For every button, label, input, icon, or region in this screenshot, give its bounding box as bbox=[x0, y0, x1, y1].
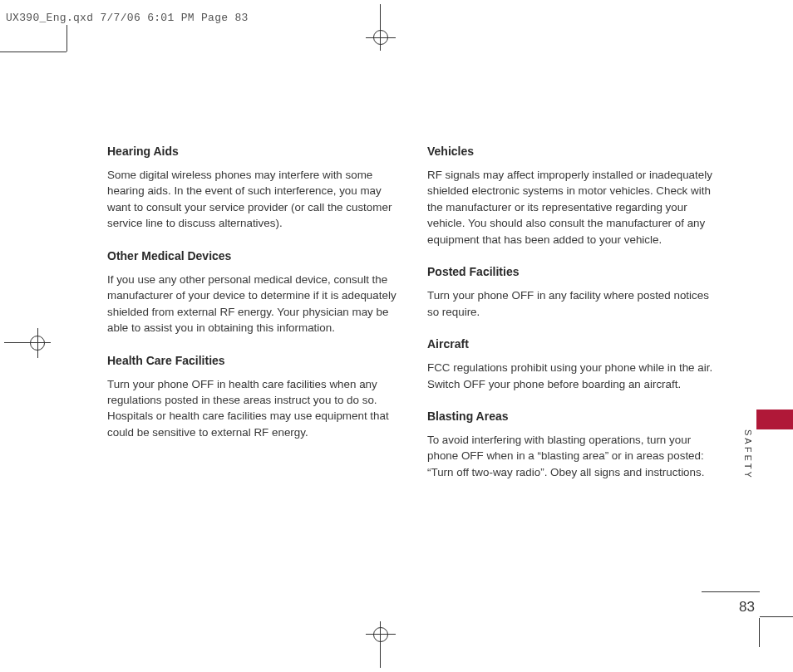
crop-mark bbox=[66, 25, 67, 52]
section-body: RF signals may affect improperly install… bbox=[427, 167, 722, 248]
section-heading: Aircraft bbox=[427, 337, 722, 351]
crop-mark bbox=[0, 52, 66, 52]
section-body: Turn your phone OFF in any facility wher… bbox=[427, 287, 722, 320]
print-header: UX390_Eng.qxd 7/7/06 6:01 PM Page 83 bbox=[6, 12, 249, 24]
section-body: Turn your phone OFF in health care facil… bbox=[107, 376, 402, 441]
crop-mark bbox=[759, 618, 760, 647]
page-number: 83 bbox=[739, 599, 755, 616]
section-heading: Other Medical Devices bbox=[107, 249, 402, 262]
registration-mark-icon bbox=[366, 4, 396, 46]
section-tab bbox=[756, 410, 793, 429]
registration-mark-icon bbox=[4, 328, 46, 358]
section-body: FCC regulations prohibit using your phon… bbox=[427, 360, 722, 392]
section-heading: Blasting Areas bbox=[427, 410, 722, 423]
section-body: If you use any other personal medical de… bbox=[107, 272, 402, 336]
crop-mark bbox=[760, 616, 793, 617]
page-number-rule bbox=[702, 591, 760, 592]
section-label: SAFETY bbox=[743, 429, 753, 480]
section-body: Some digital wireless phones may interfe… bbox=[107, 167, 402, 232]
left-column: Hearing Aids Some digital wireless phone… bbox=[107, 145, 402, 498]
section-heading: Vehicles bbox=[427, 145, 722, 158]
page-content: Hearing Aids Some digital wireless phone… bbox=[107, 145, 722, 498]
section-heading: Posted Facilities bbox=[427, 265, 722, 278]
section-heading: Hearing Aids bbox=[107, 145, 402, 158]
section-heading: Health Care Facilities bbox=[107, 354, 402, 367]
right-column: Vehicles RF signals may affect improperl… bbox=[427, 145, 722, 498]
section-body: To avoid interfering with blasting opera… bbox=[427, 432, 722, 480]
registration-mark-icon bbox=[366, 626, 396, 668]
